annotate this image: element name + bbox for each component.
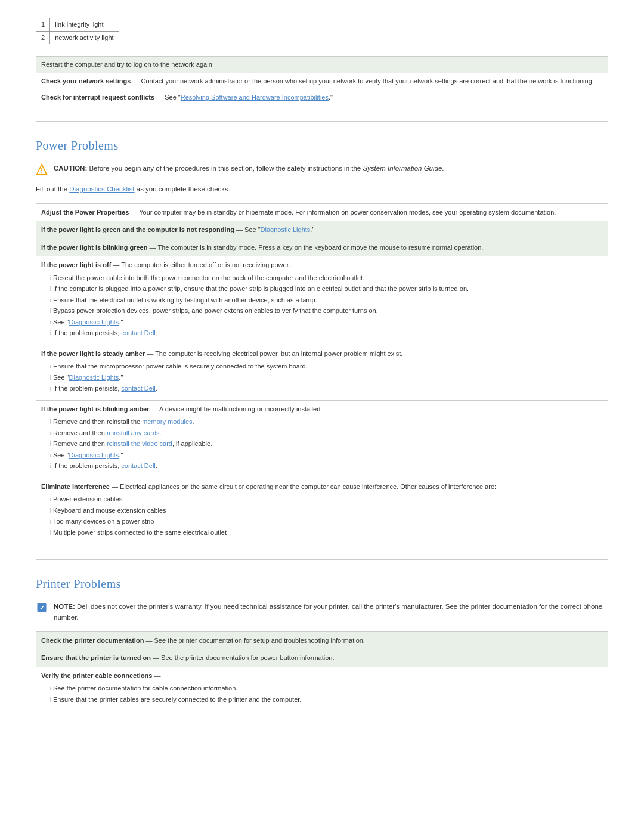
power-row-interference: Eliminate interference — Electrical appl… [36,478,608,544]
note-icon: ✓ [36,602,48,614]
caution-text: CAUTION: Before you begin any of the pro… [54,163,444,174]
network-table-label: network activity light [50,31,119,44]
power-row-steady-amber: If the power light is steady amber — The… [36,345,608,401]
contact-dell-link-3[interactable]: contact Dell [121,462,155,469]
network-table-label: link integrity light [50,18,119,32]
diagnostic-lights-link-3[interactable]: Diagnostic Lights [69,374,119,381]
reinstall-video-link[interactable]: reinstall the video card [107,440,172,447]
network-row-settings: Check your network settings — Contact yo… [36,73,608,90]
fill-line: Fill out the Diagnostics Checklist as yo… [36,184,608,194]
power-row-blink-green: If the power light is blinking green — T… [36,239,608,257]
network-info-box: Restart the computer and try to log on t… [36,56,608,106]
printer-row-docs: Check the printer documentation — See th… [36,632,608,650]
section-divider-1 [36,121,608,122]
network-row-conflicts: Check for interrupt request conflicts — … [36,89,608,106]
svg-point-1 [42,172,42,173]
network-table: 1link integrity light2network activity l… [36,18,119,44]
contact-dell-link-2[interactable]: contact Dell [121,385,155,392]
power-row-green: If the power light is green and the comp… [36,221,608,239]
note-box: ✓ NOTE: Dell does not cover the printer'… [36,602,608,623]
network-table-num: 2 [36,31,50,44]
printer-row-on: Ensure that the printer is turned on — S… [36,649,608,667]
memory-modules-link[interactable]: memory modules [142,418,192,425]
contact-dell-link-1[interactable]: contact Dell [121,329,155,336]
diagnostic-lights-link-2[interactable]: Diagnostic Lights [69,318,119,326]
diagnostic-lights-link-1[interactable]: Diagnostic Lights [261,226,311,233]
diagnostic-lights-link-4[interactable]: Diagnostic Lights [69,451,119,459]
power-problems-table: Adjust the Power Properties — Your compu… [36,203,608,545]
network-table-num: 1 [36,18,50,32]
power-section-title: Power Problems [36,137,608,154]
note-text: NOTE: Dell does not cover the printer's … [54,602,608,623]
resolving-incompatibilities-link[interactable]: Resolving Software and Hardware Incompat… [181,94,329,101]
power-row-off: If the power light is off — The computer… [36,256,608,345]
power-row-adjust: Adjust the Power Properties — Your compu… [36,204,608,222]
printer-row-cable: Verify the printer cable connections — S… [36,667,608,711]
printer-section-title: Printer Problems [36,575,608,593]
reinstall-cards-link[interactable]: reinstall any cards [107,429,160,436]
printer-problems-table: Check the printer documentation — See th… [36,631,608,712]
diagnostics-checklist-link[interactable]: Diagnostics Checklist [69,185,134,193]
caution-icon [36,163,48,175]
section-divider-2 [36,559,608,560]
network-row-restart: Restart the computer and try to log on t… [36,57,608,73]
svg-text:✓: ✓ [39,604,45,611]
power-row-blink-amber: If the power light is blinking amber — A… [36,401,608,478]
caution-box: CAUTION: Before you begin any of the pro… [36,163,608,175]
